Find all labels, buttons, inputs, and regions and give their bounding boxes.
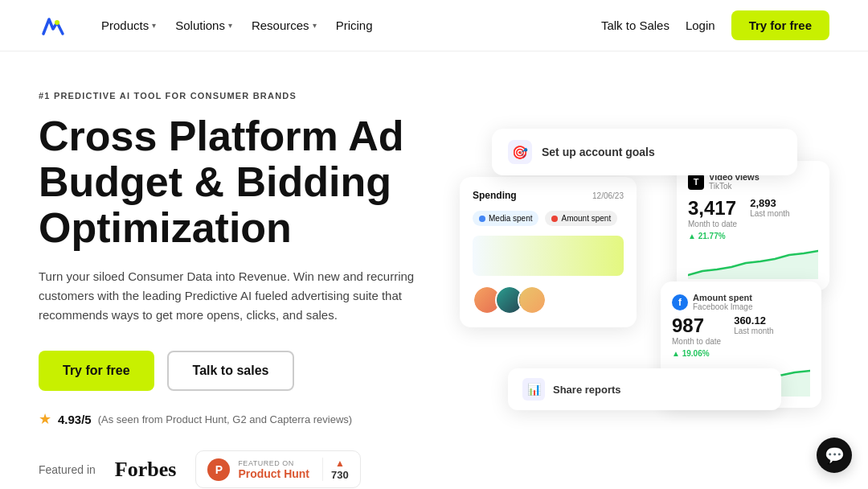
svg-point-1 — [55, 20, 59, 25]
nav-resources[interactable]: Resources ▾ — [244, 14, 325, 37]
logo-icon — [39, 11, 68, 40]
video-views-card: T Video views TikTok 3,417 Month to date… — [677, 161, 829, 290]
share-label: Share reports — [553, 384, 621, 396]
hero-left: #1 PREDICTIVE AI TOOL FOR CONSUMER BRAND… — [39, 91, 460, 489]
rating-row: ★ 4.93/5 (As seen from Product Hunt, G2 … — [39, 410, 460, 428]
producthunt-text: FEATURED ON Product Hunt — [238, 459, 309, 480]
video-num-big: 3,417 — [688, 197, 737, 220]
amount-label-2: Last month — [734, 327, 773, 335]
video-numbers: 3,417 Month to date 2,893 Last month — [688, 197, 818, 228]
amount-growth: ▲ 19.06% — [672, 349, 810, 358]
video-platform: TikTok — [709, 182, 760, 191]
amount-label-1: Month to date — [672, 337, 721, 346]
rating-subtext: (As seen from Product Hunt, G2 and Capte… — [98, 413, 352, 425]
spending-title: Spending — [473, 190, 517, 201]
spending-header: Spending 12/06/23 — [473, 190, 624, 201]
tiktok-icon: T — [688, 174, 704, 190]
nav-pricing[interactable]: Pricing — [328, 14, 381, 37]
video-label-2: Last month — [750, 209, 789, 218]
hero-tag: #1 PREDICTIVE AI TOOL FOR CONSUMER BRAND… — [39, 91, 460, 101]
chat-bubble-button[interactable]: 💬 — [817, 438, 852, 473]
video-chart — [688, 247, 818, 279]
spending-chart — [473, 236, 624, 276]
media-spent-chip: Media spent — [473, 211, 538, 226]
amount-platform: Facebook Image — [693, 302, 753, 311]
google-dot — [479, 216, 485, 222]
share-icon: 📊 — [522, 378, 545, 401]
solutions-chevron: ▾ — [228, 21, 232, 30]
video-growth: ▲ 21.77% — [688, 232, 818, 240]
nav-links: Products ▾ Solutions ▾ Resources ▾ Prici… — [93, 14, 380, 37]
media-spent-label: Media spent — [489, 214, 532, 223]
goal-card: 🎯 Set up account goals — [492, 129, 797, 175]
star-icon: ★ — [39, 410, 51, 428]
amount-title: Amount spent — [693, 293, 753, 302]
amount-num-sub: 360.12 — [734, 314, 773, 327]
nav-solutions[interactable]: Solutions ▾ — [167, 14, 240, 37]
dashboard-wrapper: 🎯 Set up account goals Spending 12/06/23… — [460, 121, 829, 458]
talk-to-sales-link[interactable]: Talk to Sales — [601, 18, 669, 32]
chat-icon: 💬 — [825, 446, 845, 465]
products-chevron: ▾ — [152, 21, 156, 30]
goal-label: Set up account goals — [542, 146, 655, 158]
resources-chevron: ▾ — [313, 21, 317, 30]
video-label-1: Month to date — [688, 220, 737, 228]
rating-number: 4.93/5 — [58, 413, 92, 426]
featured-label: Featured in — [39, 463, 96, 476]
ph-votes-section: ▲ 730 — [322, 458, 349, 481]
featured-row: Featured in Forbes P FEATURED ON Product… — [39, 450, 460, 488]
nav-products[interactable]: Products ▾ — [93, 14, 164, 37]
ph-vote-count: 730 — [331, 469, 349, 481]
svg-marker-2 — [688, 251, 818, 279]
share-reports-card: 📊 Share reports — [508, 368, 781, 410]
ph-featured-label: FEATURED ON — [238, 459, 309, 467]
amount-spent-label: Amount spent — [561, 214, 611, 223]
producthunt-icon: P — [207, 458, 230, 481]
hero-description: Turn your siloed Consumer Data into Reve… — [39, 267, 432, 325]
logo[interactable] — [39, 11, 68, 40]
facebook-icon: f — [672, 294, 688, 310]
hero-buttons: Try for free Talk to sales — [39, 351, 460, 391]
amount-spent-chip: Amount spent — [545, 211, 617, 226]
login-link[interactable]: Login — [686, 18, 715, 32]
nav-right: Talk to Sales Login Try for free — [601, 10, 829, 40]
try-free-nav-button[interactable]: Try for free — [731, 10, 829, 40]
navbar: Products ▾ Solutions ▾ Resources ▾ Prici… — [0, 0, 868, 51]
forbes-logo: Forbes — [115, 458, 177, 482]
producthunt-badge[interactable]: P FEATURED ON Product Hunt ▲ 730 — [195, 450, 360, 488]
amount-numbers: 987 Month to date 360.12 Last month — [672, 314, 810, 346]
spending-card: Spending 12/06/23 Media spent Amount spe… — [460, 177, 637, 327]
try-free-hero-button[interactable]: Try for free — [39, 351, 154, 391]
amount-num-big: 987 — [672, 314, 721, 337]
video-chart-svg — [688, 247, 818, 279]
hero-dashboard: 🎯 Set up account goals Spending 12/06/23… — [460, 121, 829, 458]
amount-header: f Amount spent Facebook Image — [672, 293, 810, 311]
talk-to-sales-hero-button[interactable]: Talk to sales — [167, 351, 295, 391]
avatar-3 — [518, 286, 547, 314]
hero-title: Cross Platform Ad Budget & Bidding Optim… — [39, 113, 460, 252]
ph-name: Product Hunt — [238, 467, 309, 480]
amount-dot — [551, 216, 558, 222]
spending-chips: Media spent Amount spent — [473, 211, 624, 226]
ph-upvote-icon: ▲ — [335, 458, 345, 469]
nav-left: Products ▾ Solutions ▾ Resources ▾ Prici… — [39, 11, 380, 40]
goal-icon: 🎯 — [508, 140, 532, 164]
hero-section: #1 PREDICTIVE AI TOOL FOR CONSUMER BRAND… — [0, 51, 868, 489]
avatars-row — [473, 286, 624, 314]
video-num-sub: 2,893 — [750, 197, 789, 209]
spending-date: 12/06/23 — [592, 191, 624, 200]
